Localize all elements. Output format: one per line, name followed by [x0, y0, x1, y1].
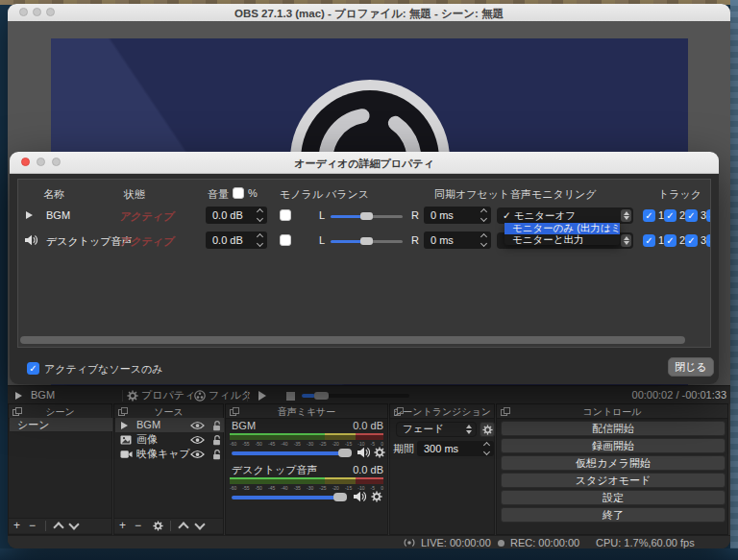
eye-icon[interactable] [190, 421, 205, 430]
wallpaper-bottom [0, 548, 738, 560]
remove-scene-button[interactable]: − [29, 519, 36, 532]
transitions-dock-header[interactable]: シーントランジション [390, 404, 494, 419]
percent-checkbox[interactable] [233, 187, 244, 199]
sync-offset-spinbox[interactable]: 0 ms [424, 231, 491, 249]
duration-spinbox[interactable]: 300 ms [417, 441, 494, 456]
mixer-gear-icon[interactable] [371, 491, 382, 502]
balance-right-label: R [411, 209, 419, 221]
controls-dock-header[interactable]: コントロール [497, 404, 727, 419]
volume-slider-handle[interactable] [333, 493, 347, 501]
unlock-icon[interactable] [211, 434, 222, 446]
status-bar: LIVE: 00:00:00 REC: 00:00:00 CPU: 1.7%,6… [8, 535, 730, 548]
volume-slider[interactable] [232, 496, 340, 499]
transition-settings-button[interactable] [480, 422, 495, 437]
audio-table: 名称 状態 音量 % モノラル バランス 同期オフセット 音声モニタリング トラ… [17, 179, 711, 348]
stepper[interactable] [480, 207, 488, 224]
move-source-up-button[interactable] [178, 522, 188, 532]
transition-select[interactable]: フェード [396, 422, 477, 437]
start-virtual-camera-button[interactable]: 仮想カメラ開始 [501, 455, 726, 471]
move-source-down-button[interactable] [194, 519, 205, 529]
mixer-channel-level: 0.0 dB [326, 420, 383, 432]
sources-dock-title: ソース [114, 405, 223, 419]
eye-icon[interactable] [190, 450, 205, 459]
source-label: 画像 [136, 433, 158, 446]
track-checkbox[interactable] [685, 209, 698, 222]
speaker-icon[interactable] [353, 491, 366, 502]
col-header-sync-offset: 同期オフセット [434, 187, 509, 202]
balance-handle[interactable] [360, 212, 373, 220]
mixer-gear-icon[interactable] [374, 447, 385, 458]
source-properties-gear-icon[interactable] [153, 521, 163, 531]
seek-slider[interactable] [302, 394, 409, 398]
volume-slider-handle[interactable] [338, 449, 352, 457]
horizontal-scrollbar[interactable] [20, 336, 685, 344]
sync-offset-spinbox[interactable]: 0 ms [424, 207, 491, 224]
track-checkbox[interactable] [685, 234, 698, 247]
stepper[interactable] [464, 423, 473, 436]
track-checkbox[interactable] [643, 209, 655, 222]
move-scene-up-button[interactable] [53, 522, 63, 532]
menu-item-monitor-only[interactable]: モニターのみ (出力はミュート [504, 223, 620, 234]
source-row-image[interactable]: 画像 [115, 432, 224, 447]
start-recording-button[interactable]: 録画開始 [501, 438, 726, 453]
move-scene-down-button[interactable] [68, 519, 79, 529]
media-source-icon [15, 392, 22, 400]
scenes-dock-title: シーン [9, 405, 111, 419]
monitoring-select[interactable]: モニターオフ [497, 207, 633, 224]
scene-list-item[interactable]: シーン [10, 418, 112, 431]
volume-slider[interactable] [232, 451, 345, 455]
active-sources-only-label: アクティブなソースのみ [44, 363, 163, 376]
advanced-audio-properties-dialog: オーディオの詳細プロパティ 名称 状態 音量 % モノラル バランス 同期オフセ… [10, 152, 719, 384]
transitions-dock-title: シーントランジション [390, 405, 494, 419]
play-button[interactable] [258, 391, 266, 401]
exit-button[interactable]: 終了 [501, 507, 726, 523]
dialog-titlebar[interactable]: オーディオの詳細プロパティ [10, 152, 719, 174]
track-checkbox[interactable] [664, 234, 676, 247]
track-checkbox[interactable] [664, 209, 676, 222]
speaker-icon [24, 234, 37, 246]
camera-icon [120, 450, 133, 459]
row-source-name: BGM [46, 209, 70, 221]
unlock-icon[interactable] [211, 449, 222, 460]
sources-dock-header[interactable]: ソース [114, 404, 223, 419]
stepper[interactable] [480, 231, 488, 249]
main-titlebar[interactable]: OBS 27.1.3 (mac) - プロファイル: 無題 - シーン: 無題 [8, 4, 730, 22]
start-streaming-button[interactable]: 配信開始 [501, 421, 726, 436]
eye-icon[interactable] [190, 435, 205, 445]
close-dialog-button[interactable]: 閉じる [668, 357, 714, 377]
stepper[interactable] [256, 207, 264, 224]
volume-spinbox[interactable]: 0.0 dB [206, 231, 267, 249]
mixer-dock-header[interactable]: 音声ミキサー [226, 404, 387, 419]
track-checkbox[interactable] [643, 234, 655, 247]
mono-checkbox[interactable] [280, 234, 291, 246]
filter-button[interactable]: フィルタ [209, 389, 252, 402]
source-row-capture[interactable]: 映像キャプチ… [115, 447, 224, 461]
stepper[interactable] [621, 209, 631, 222]
audio-mixer-dock: 音声ミキサー BGM 0.0 dB -60-55-50-45-40-35-30-… [225, 403, 388, 535]
toolbar-separator [170, 521, 171, 531]
stepper[interactable] [482, 441, 491, 456]
unlock-icon[interactable] [211, 420, 222, 431]
properties-button[interactable]: プロパティ [141, 389, 195, 402]
settings-button[interactable]: 設定 [501, 490, 726, 505]
volume-spinbox[interactable]: 0.0 dB [206, 207, 267, 224]
remove-source-button[interactable]: − [135, 519, 141, 532]
studio-mode-button[interactable]: スタジオモード [501, 473, 726, 488]
track-checkbox[interactable] [706, 234, 711, 247]
track-checkbox[interactable] [706, 209, 711, 222]
stepper[interactable] [256, 231, 264, 249]
source-row-bgm[interactable]: BGM [115, 418, 224, 432]
add-source-button[interactable]: + [119, 519, 126, 532]
scenes-dock-header[interactable]: シーン [9, 404, 111, 419]
filter-icon [194, 390, 206, 402]
speaker-icon[interactable] [357, 447, 370, 458]
stepper[interactable] [621, 234, 631, 247]
seek-handle[interactable] [314, 392, 329, 400]
balance-handle[interactable] [360, 237, 373, 245]
active-sources-only-checkbox[interactable] [27, 362, 39, 375]
mono-checkbox[interactable] [280, 209, 291, 221]
add-scene-button[interactable]: + [13, 519, 20, 532]
menu-item-monitor-and-output[interactable]: モニターと出力 [504, 234, 620, 246]
meter-red-zone [356, 477, 383, 484]
stop-button[interactable] [286, 392, 295, 401]
